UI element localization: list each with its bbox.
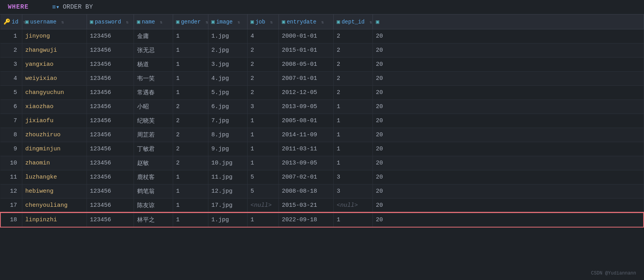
cell-password: 123456	[87, 100, 134, 114]
cell-entrydate: 2014-11-09	[279, 128, 333, 142]
col-header-gender[interactable]: ▣gender ⇅	[173, 14, 208, 29]
cell-name: 杨道	[134, 58, 173, 72]
table-row: 6xiaozhao123456小昭26.jpg32013-09-05120	[0, 100, 644, 114]
cell-gender: 1	[173, 213, 208, 227]
cell-password: 123456	[87, 213, 134, 227]
cell-extra: 20	[373, 156, 644, 170]
table-row: 12hebiweng123456鹤笔翁112.jpg52008-08-18320	[0, 184, 644, 199]
cell-gender: 1	[173, 43, 208, 58]
cell-name: 赵敏	[134, 156, 173, 170]
cell-image: 10.jpg	[208, 156, 247, 170]
cell-username: jixiaofu	[22, 114, 87, 128]
cell-entrydate: 2005-08-01	[279, 114, 333, 128]
cell-name: 纪晓芙	[134, 114, 173, 128]
orderby-label: ORDER BY	[63, 4, 93, 11]
col-header-extra[interactable]: ▣	[373, 14, 644, 29]
cell-entrydate: 2022-09-18	[279, 213, 333, 227]
col-header-job[interactable]: ▣job ⇅	[247, 14, 279, 29]
cell-deptid: 1	[333, 142, 373, 156]
cell-name: 鹿杖客	[134, 170, 173, 184]
cell-username: zhouzhiruo	[22, 128, 87, 142]
cell-id: 6	[0, 100, 22, 114]
cell-password: 123456	[87, 29, 134, 43]
table-row: 4weiyixiao123456韦一笑14.jpg22007-01-01220	[0, 72, 644, 86]
col-header-id[interactable]: 🔑id ⇅	[0, 14, 22, 29]
cell-image: 9.jpg	[208, 142, 247, 156]
cell-name: 常遇春	[134, 86, 173, 100]
cell-gender: 1	[173, 29, 208, 43]
cell-password: 123456	[87, 128, 134, 142]
cell-gender: 1	[173, 72, 208, 86]
cell-username: zhangwuji	[22, 43, 87, 58]
cell-username: zhaomin	[22, 156, 87, 170]
cell-deptid: 3	[333, 184, 373, 199]
cell-deptid: 2	[333, 58, 373, 72]
cell-username: xiaozhao	[22, 100, 87, 114]
col-header-deptid[interactable]: ▣dept_id ⇅	[333, 14, 373, 29]
cell-gender: 2	[173, 142, 208, 156]
col-header-password[interactable]: ▣password ⇅	[87, 14, 134, 29]
cell-password: 123456	[87, 72, 134, 86]
cell-id: 1	[0, 29, 22, 43]
cell-username: linpinzhi	[22, 213, 87, 227]
cell-gender: 2	[173, 156, 208, 170]
col-header-entrydate[interactable]: ▣entrydate ⇅	[279, 14, 333, 29]
cell-username: jinyong	[22, 29, 87, 43]
cell-password: 123456	[87, 170, 134, 184]
cell-gender: 1	[173, 184, 208, 199]
table-row: 18linpinzhi123456林平之11.jpg12022-09-18120	[0, 213, 644, 227]
cell-job: <null>	[247, 199, 279, 213]
cell-id: 8	[0, 128, 22, 142]
col-header-username[interactable]: ▣username ⇅	[22, 14, 87, 29]
cell-deptid: 1	[333, 213, 373, 227]
cell-gender: 2	[173, 128, 208, 142]
cell-extra: 20	[373, 43, 644, 58]
cell-id: 2	[0, 43, 22, 58]
cell-deptid: <null>	[333, 199, 373, 213]
key-icon: 🔑	[4, 19, 10, 25]
cell-image: 1.jpg	[208, 29, 247, 43]
cell-entrydate: 2007-01-01	[279, 72, 333, 86]
col-header-name[interactable]: ▣name ⇅	[134, 14, 173, 29]
cell-image: 17.jpg	[208, 199, 247, 213]
cell-id: 11	[0, 170, 22, 184]
table-row: 10zhaomin123456赵敏210.jpg12013-09-05120	[0, 156, 644, 170]
cell-username: hebiweng	[22, 184, 87, 199]
cell-username: chenyouliang	[22, 199, 87, 213]
cell-extra: 20	[373, 29, 644, 43]
table-row: 3yangxiao123456杨道13.jpg22008-05-01220	[0, 58, 644, 72]
col-header-image[interactable]: ▣image ⇅	[208, 14, 247, 29]
cell-extra: 20	[373, 86, 644, 100]
cell-name: 韦一笑	[134, 72, 173, 86]
cell-username: weiyixiao	[22, 72, 87, 86]
table-row: 1jinyong123456金庸11.jpg42000-01-01220	[0, 29, 644, 43]
cell-username: yangxiao	[22, 58, 87, 72]
cell-password: 123456	[87, 43, 134, 58]
cell-password: 123456	[87, 156, 134, 170]
cell-job: 1	[247, 128, 279, 142]
cell-job: 1	[247, 114, 279, 128]
cell-name: 林平之	[134, 213, 173, 227]
cell-id: 10	[0, 156, 22, 170]
cell-image: 12.jpg	[208, 184, 247, 199]
cell-entrydate: 2008-05-01	[279, 58, 333, 72]
cell-deptid: 1	[333, 156, 373, 170]
cell-entrydate: 2008-08-18	[279, 184, 333, 199]
cell-id: 5	[0, 86, 22, 100]
cell-gender: 2	[173, 100, 208, 114]
cell-name: 周芷若	[134, 128, 173, 142]
cell-entrydate: 2007-02-01	[279, 170, 333, 184]
table-row: 7jixiaofu123456纪晓芙27.jpg12005-08-01120	[0, 114, 644, 128]
cell-deptid: 3	[333, 170, 373, 184]
cell-image: 1.jpg	[208, 213, 247, 227]
table-row: 5changyuchun123456常遇春15.jpg22012-12-0522…	[0, 86, 644, 100]
cell-job: 1	[247, 156, 279, 170]
cell-job: 2	[247, 43, 279, 58]
cell-image: 2.jpg	[208, 43, 247, 58]
cell-name: 丁敏君	[134, 142, 173, 156]
cell-image: 11.jpg	[208, 170, 247, 184]
cell-entrydate: 2015-03-21	[279, 199, 333, 213]
orderby-icon: ≡▾	[52, 3, 60, 11]
cell-id: 9	[0, 142, 22, 156]
cell-password: 123456	[87, 114, 134, 128]
